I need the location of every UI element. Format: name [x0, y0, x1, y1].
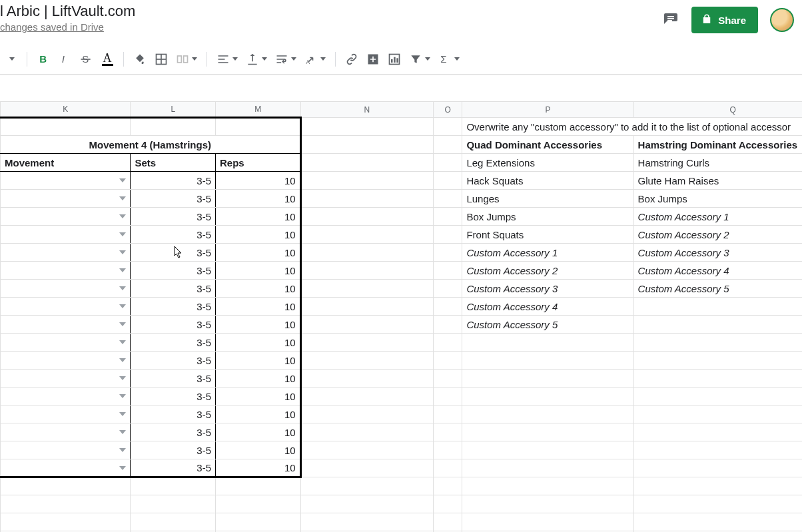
cell[interactable]	[434, 172, 462, 190]
cell[interactable]	[434, 190, 462, 208]
vertical-align-dropdown[interactable]	[243, 49, 270, 69]
movement-dropdown[interactable]	[1, 388, 131, 405]
sets-cell[interactable]: 3-5	[131, 172, 216, 190]
quad-accessory[interactable]: Front Squats	[462, 226, 633, 244]
cell[interactable]	[462, 513, 633, 531]
cell[interactable]	[300, 154, 434, 172]
ham-accessory[interactable]	[633, 298, 802, 316]
account-avatar[interactable]	[770, 8, 794, 32]
column-header[interactable]: L	[131, 102, 216, 118]
movement-dropdown[interactable]	[1, 226, 131, 244]
cell[interactable]	[434, 334, 462, 352]
cell[interactable]	[300, 190, 434, 208]
quad-accessory[interactable]	[462, 459, 633, 477]
reps-cell[interactable]: 10	[216, 280, 301, 298]
reps-cell[interactable]: 10	[216, 423, 301, 441]
sets-cell[interactable]: 3-5	[131, 352, 216, 370]
sets-cell[interactable]: 3-5	[131, 459, 216, 477]
sets-cell[interactable]: 3-5	[131, 388, 216, 405]
reps-cell[interactable]: 10	[216, 459, 301, 477]
cell[interactable]	[1, 477, 131, 495]
ham-accessory[interactable]: Custom Accessory 2	[633, 226, 802, 244]
column-header[interactable]: O	[434, 102, 462, 118]
cell[interactable]	[633, 495, 802, 513]
ham-accessory[interactable]: Custom Accessory 5	[633, 280, 802, 298]
spreadsheet-grid[interactable]: KLMNOPQ Overwrite any "custom accessory"…	[0, 101, 802, 532]
strikethrough-button[interactable]: S	[77, 49, 95, 69]
reps-cell[interactable]: 10	[216, 316, 301, 334]
sets-cell[interactable]: 3-5	[131, 316, 216, 334]
cell[interactable]	[1, 495, 131, 513]
document-title[interactable]: l Arbic | LiftVault.com	[0, 3, 135, 19]
cell[interactable]	[300, 136, 434, 154]
quad-accessory[interactable]: Custom Accessory 4	[462, 298, 633, 316]
reps-cell[interactable]: 10	[216, 244, 301, 262]
quad-accessory[interactable]: Custom Accessory 5	[462, 316, 633, 334]
quad-accessory[interactable]	[462, 334, 633, 352]
movement-dropdown[interactable]	[1, 172, 131, 190]
movement-dropdown[interactable]	[1, 190, 131, 208]
reps-cell[interactable]: 10	[216, 172, 301, 190]
cell[interactable]	[300, 280, 434, 298]
cell[interactable]	[131, 495, 216, 513]
save-status[interactable]: changes saved in Drive	[0, 21, 662, 33]
movement-dropdown[interactable]	[1, 280, 131, 298]
cell[interactable]	[434, 477, 462, 495]
reps-cell[interactable]: 10	[216, 226, 301, 244]
movement-dropdown[interactable]	[1, 405, 131, 423]
cell[interactable]	[462, 495, 633, 513]
cell[interactable]	[300, 118, 434, 136]
movement-dropdown[interactable]	[1, 459, 131, 477]
movement-dropdown[interactable]	[1, 298, 131, 316]
ham-accessory[interactable]	[633, 352, 802, 370]
insert-chart-button[interactable]	[385, 49, 404, 69]
cell[interactable]	[300, 226, 434, 244]
quad-accessory[interactable]	[462, 352, 633, 370]
cell[interactable]	[216, 495, 301, 513]
column-header[interactable]: Q	[633, 102, 802, 118]
column-header[interactable]: N	[300, 102, 434, 118]
sets-cell[interactable]: 3-5	[131, 405, 216, 423]
cell[interactable]	[434, 154, 462, 172]
movement-dropdown[interactable]	[1, 316, 131, 334]
ham-accessory[interactable]	[633, 388, 802, 405]
sets-cell[interactable]: 3-5	[131, 334, 216, 352]
cell[interactable]	[131, 513, 216, 531]
bold-button[interactable]: B	[34, 49, 53, 69]
text-rotation-dropdown[interactable]: A	[302, 49, 328, 69]
cell[interactable]	[434, 208, 462, 226]
quad-accessory[interactable]	[462, 441, 633, 459]
reps-cell[interactable]: 10	[216, 334, 301, 352]
sets-cell[interactable]: 3-5	[131, 244, 216, 262]
reps-cell[interactable]: 10	[216, 352, 301, 370]
ham-accessory[interactable]: Glute Ham Raises	[633, 172, 802, 190]
cell[interactable]	[434, 370, 462, 388]
cell[interactable]	[300, 334, 434, 352]
quad-accessory[interactable]: Custom Accessory 2	[462, 262, 633, 280]
cell[interactable]	[216, 477, 301, 495]
reps-cell[interactable]: 10	[216, 298, 301, 316]
movement-dropdown[interactable]	[1, 370, 131, 388]
cell[interactable]	[434, 316, 462, 334]
sets-cell[interactable]: 3-5	[131, 280, 216, 298]
cell[interactable]	[300, 244, 434, 262]
cell[interactable]	[300, 441, 434, 459]
cell[interactable]	[300, 298, 434, 316]
cell[interactable]	[216, 513, 301, 531]
reps-cell[interactable]: 10	[216, 370, 301, 388]
share-button[interactable]: Share	[691, 7, 758, 33]
movement-dropdown[interactable]	[1, 244, 131, 262]
ham-accessory[interactable]: Box Jumps	[633, 190, 802, 208]
cell[interactable]	[434, 388, 462, 405]
sets-cell[interactable]: 3-5	[131, 262, 216, 280]
ham-accessory[interactable]: Custom Accessory 1	[633, 208, 802, 226]
reps-cell[interactable]: 10	[216, 208, 301, 226]
insert-comment-button[interactable]	[364, 49, 382, 69]
ham-accessory[interactable]	[633, 405, 802, 423]
comments-icon[interactable]	[662, 11, 679, 29]
ham-accessory[interactable]	[633, 316, 802, 334]
sets-cell[interactable]: 3-5	[131, 226, 216, 244]
movement-dropdown[interactable]	[1, 262, 131, 280]
text-wrap-dropdown[interactable]	[272, 49, 299, 69]
quad-accessory[interactable]: Custom Accessory 3	[462, 280, 633, 298]
